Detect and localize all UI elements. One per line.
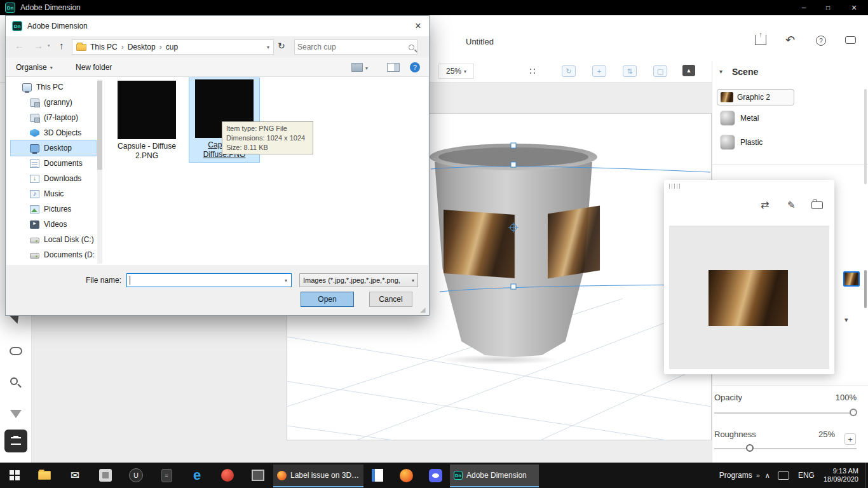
add-texture-button[interactable]: + <box>844 433 856 445</box>
nav-documents-d[interactable]: Documents (D: <box>11 247 96 262</box>
pinned-app-icon-1[interactable] <box>90 463 121 488</box>
camera-pan-icon[interactable]: + <box>592 65 606 77</box>
drag-grip-icon[interactable] <box>669 184 682 189</box>
dialog-titlebar[interactable]: Dn Adobe Dimension × <box>6 16 429 36</box>
undo-icon[interactable]: ↶ <box>785 34 795 46</box>
camera-frame-icon[interactable]: ▢ <box>653 65 667 77</box>
minimize-button[interactable]: – <box>792 0 816 15</box>
pinned-app-icon-2[interactable]: U <box>121 463 151 488</box>
roughness-slider-track[interactable] <box>714 448 857 449</box>
new-folder-button[interactable]: New folder <box>76 63 112 72</box>
mail-icon[interactable]: ✉ <box>60 463 90 488</box>
task-button-small[interactable] <box>363 463 391 488</box>
forward-icon[interactable]: → <box>34 40 43 51</box>
scene-collapse-icon[interactable]: ▾ <box>719 68 722 75</box>
nav-scrollbar-track[interactable] <box>97 79 102 264</box>
view-mode-icon[interactable] <box>351 63 363 72</box>
dialog-close-icon[interactable]: × <box>407 16 429 36</box>
scene-scrollbar[interactable] <box>864 89 867 184</box>
filename-chevron-icon[interactable]: ▾ <box>281 278 291 283</box>
address-chevron-icon[interactable]: ▾ <box>267 44 269 50</box>
camera-orbit-icon[interactable]: ↻ <box>562 65 576 77</box>
nav-pictures[interactable]: Pictures <box>11 201 96 217</box>
scene-item-metal[interactable]: Metal <box>717 109 844 127</box>
breadcrumb-this-pc[interactable]: This PC <box>90 43 118 51</box>
open-folder-icon[interactable] <box>811 201 823 209</box>
zoom-control[interactable]: 25% ▾ <box>438 64 474 79</box>
preview-pane-icon[interactable] <box>387 63 400 72</box>
file-type-select[interactable]: Images (*.jpg,*.jpeg,*.jpe,*.png, ▾ <box>299 273 418 287</box>
language-indicator[interactable]: ENG <box>798 471 815 480</box>
snap-grid-icon[interactable] <box>529 67 538 76</box>
task-button-firefox[interactable]: Label issue on 3D ... <box>273 464 363 487</box>
touch-keyboard-icon[interactable] <box>778 471 789 480</box>
tray-chevron-icon[interactable]: ∧ <box>765 471 770 480</box>
file-tile-capsule-diffuse-2[interactable]: Capsule - Diffuse 2.PNG <box>112 79 182 161</box>
refresh-icon[interactable]: ↻ <box>278 41 285 51</box>
nav-local-disk-c[interactable]: Local Disk (C:) <box>11 232 96 247</box>
breadcrumb-cup[interactable]: cup <box>166 43 178 51</box>
nav-granny[interactable]: (granny) <box>11 95 96 110</box>
nav-scrollbar-thumb[interactable] <box>97 81 102 170</box>
nav-desktop[interactable]: Desktop <box>11 140 96 156</box>
nav-videos[interactable]: Videos <box>11 217 96 232</box>
comment-icon[interactable] <box>845 36 856 44</box>
edit-pencil-icon[interactable]: ✎ <box>787 200 796 210</box>
render-preview-icon[interactable]: ▲ <box>682 65 695 76</box>
search-input[interactable] <box>297 43 409 51</box>
close-button[interactable]: × <box>840 0 868 15</box>
selection-handle-lower[interactable] <box>511 284 516 289</box>
show-desktop-button[interactable] <box>865 463 868 488</box>
breadcrumb-desktop[interactable]: Desktop <box>128 43 156 51</box>
file-explorer-icon[interactable] <box>29 463 60 488</box>
properties-scrollbar[interactable] <box>864 270 867 308</box>
search-box[interactable] <box>294 39 417 55</box>
up-icon[interactable]: ↑ <box>59 40 64 51</box>
scene-item-plastic[interactable]: Plastic <box>717 133 844 151</box>
nav-documents[interactable]: Documents <box>11 156 96 171</box>
clock[interactable]: 9:13 AM 18/09/2020 <box>824 467 858 484</box>
toolbar-expand-icon[interactable]: » <box>756 471 760 479</box>
task-button-dimension[interactable]: Dn Adobe Dimension <box>450 464 539 487</box>
open-button[interactable]: Open <box>301 292 354 307</box>
discord-icon[interactable] <box>421 463 450 488</box>
camera-dolly-icon[interactable]: ⇅ <box>623 65 637 77</box>
image-preview-thumbnail[interactable] <box>709 270 788 326</box>
opacity-slider-track[interactable] <box>714 412 857 414</box>
active-tool-button[interactable] <box>4 430 27 452</box>
resize-grip-icon[interactable]: ◢ <box>420 306 425 314</box>
file-name-field[interactable]: ▾ <box>126 273 292 287</box>
magnifier-icon[interactable] <box>10 377 18 385</box>
scene-item-graphic-2[interactable]: Graphic 2 <box>717 89 794 105</box>
firefox-icon[interactable] <box>391 463 421 488</box>
share-icon[interactable]: ↑ <box>755 35 766 45</box>
nav-downloads[interactable]: Downloads <box>11 171 96 186</box>
programs-toolbar-label[interactable]: Programs <box>719 471 752 480</box>
file-name-input[interactable] <box>130 276 281 285</box>
start-button[interactable] <box>0 463 29 488</box>
back-icon[interactable]: ← <box>15 40 24 51</box>
graphic-property-thumbnail[interactable] <box>843 271 860 287</box>
pan-tool-icon[interactable] <box>10 410 22 418</box>
maximize-button[interactable]: □ <box>816 0 840 15</box>
view-chevron-icon[interactable]: ▾ <box>365 65 368 71</box>
shape-tool-icon[interactable] <box>10 347 22 355</box>
opacity-slider-knob[interactable] <box>850 409 857 416</box>
selection-handle-top[interactable] <box>511 143 516 148</box>
pinned-app-icon-3[interactable] <box>212 463 243 488</box>
nav-3d-objects[interactable]: 3D Objects <box>11 125 96 140</box>
dialog-help-icon[interactable]: ? <box>410 62 420 72</box>
calculator-icon[interactable]: = <box>151 463 182 488</box>
cancel-button[interactable]: Cancel <box>369 292 412 307</box>
address-bar[interactable]: This PC › Desktop › cup ▾ <box>72 39 274 55</box>
nav-this-pc[interactable]: This PC <box>11 79 96 95</box>
chevron-down-icon[interactable]: ▾ <box>844 316 848 324</box>
swap-image-icon[interactable]: ⇄ <box>761 200 769 210</box>
pinned-app-icon-4[interactable] <box>243 463 273 488</box>
edge-icon[interactable]: e <box>182 463 212 488</box>
organise-menu[interactable]: Organise ▾ <box>16 61 53 74</box>
roughness-slider-knob[interactable] <box>746 444 754 452</box>
selection-handle-upper[interactable] <box>511 162 516 167</box>
help-icon[interactable]: ? <box>816 36 826 46</box>
nav-i7-laptop[interactable]: (i7-laptop) <box>11 110 96 125</box>
